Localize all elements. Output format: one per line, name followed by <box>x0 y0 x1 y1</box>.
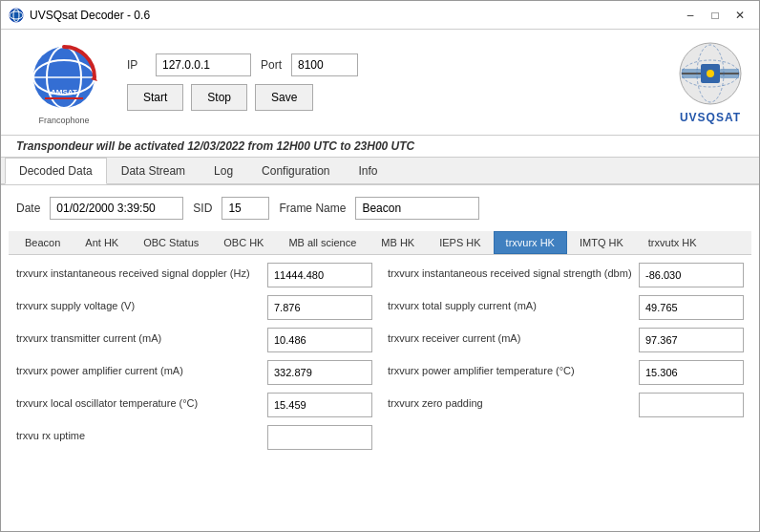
main-tabs: Decoded Data Data Stream Log Configurati… <box>1 158 759 185</box>
frame-name-label: Frame Name <box>279 202 346 215</box>
data-row-2-right: trxvurx receiver current (mA) <box>388 328 744 352</box>
subtab-obc-hk[interactable]: OBC HK <box>211 231 276 254</box>
subtab-mb-hk[interactable]: MB HK <box>369 231 427 254</box>
field-value-5-left[interactable] <box>267 425 372 450</box>
field-value-3-left[interactable] <box>267 360 372 385</box>
data-row-1-left: trxvurx supply voltage (V) <box>16 295 372 320</box>
subtab-mb-all-science[interactable]: MB all science <box>276 231 369 254</box>
frame-input[interactable] <box>355 197 479 220</box>
data-row-5-left: trxvu rx uptime <box>16 425 372 450</box>
port-label: Port <box>261 58 282 72</box>
subtab-trxvutx-hk[interactable]: trxvutx HK <box>636 231 709 254</box>
connection-area: IP Port Start Stop Save <box>127 53 662 111</box>
date-input[interactable] <box>50 197 183 220</box>
save-button[interactable]: Save <box>255 84 313 111</box>
field-label-2-left: trxvurx transmitter current (mA) <box>16 328 262 345</box>
amsat-logo-area: AMSAT Francophone <box>16 39 112 125</box>
uvsqsat-logo-area: UVSQSAT <box>677 40 744 124</box>
window-title: UVSQsat Decoder - 0.6 <box>30 9 150 22</box>
tab-configuration[interactable]: Configuration <box>247 158 344 183</box>
tab-data-stream[interactable]: Data Stream <box>107 158 200 183</box>
uvsqsat-logo <box>677 40 744 107</box>
app-icon <box>9 8 24 23</box>
main-window: UVSQsat Decoder - 0.6 – □ ✕ AMSAT <box>0 0 760 532</box>
amsat-sub-text: Francophone <box>38 116 89 125</box>
field-value-2-right[interactable] <box>639 328 744 352</box>
port-input[interactable] <box>291 53 358 76</box>
field-value-0-left[interactable] <box>267 263 372 287</box>
field-label-5-right <box>388 425 744 429</box>
subtab-ieps-hk[interactable]: IEPS HK <box>427 231 493 254</box>
field-value-1-right[interactable] <box>639 295 744 320</box>
subtab-beacon[interactable]: Beacon <box>12 231 73 254</box>
notice-bar: Transpondeur will be activated 12/03/202… <box>1 136 759 158</box>
field-value-2-left[interactable] <box>267 328 372 352</box>
subtab-imtq-hk[interactable]: IMTQ HK <box>567 231 636 254</box>
ip-label: IP <box>127 58 146 72</box>
sid-label: SID <box>193 202 212 215</box>
subtab-trxvurx-hk[interactable]: trxvurx HK <box>494 231 567 254</box>
minimize-button[interactable]: – <box>679 5 702 26</box>
control-buttons: Start Stop Save <box>127 84 662 111</box>
uvsqsat-text: UVSQSAT <box>680 111 741 124</box>
data-row-1-right: trxvurx total supply current (mA) <box>388 295 744 320</box>
field-label-4-left: trxvurx local oscillator temperature (°C… <box>16 393 262 410</box>
data-row-5-right <box>388 425 744 450</box>
field-value-3-right[interactable] <box>639 360 744 385</box>
data-row-3-left: trxvurx power amplifier current (mA) <box>16 360 372 385</box>
title-bar-left: UVSQsat Decoder - 0.6 <box>9 8 150 23</box>
field-label-0-left: trxvurx instantaneous received signal do… <box>16 263 262 280</box>
field-label-2-right: trxvurx receiver current (mA) <box>388 328 633 345</box>
data-grid: trxvurx instantaneous received signal do… <box>9 255 751 458</box>
data-row-0-right: trxvurx instantaneous received signal st… <box>388 263 744 287</box>
tab-info[interactable]: Info <box>345 158 392 183</box>
tab-log[interactable]: Log <box>200 158 247 183</box>
field-value-0-right[interactable] <box>639 263 744 287</box>
date-row: Date SID Frame Name <box>9 193 751 223</box>
field-value-4-right[interactable] <box>639 393 744 417</box>
svg-point-0 <box>10 9 23 22</box>
data-row-0-left: trxvurx instantaneous received signal do… <box>16 263 372 287</box>
field-label-1-right: trxvurx total supply current (mA) <box>388 295 633 312</box>
field-value-4-left[interactable] <box>267 393 372 417</box>
tab-decoded-data[interactable]: Decoded Data <box>5 158 107 184</box>
ip-port-row: IP Port <box>127 53 662 76</box>
data-row-4-left: trxvurx local oscillator temperature (°C… <box>16 393 372 417</box>
content-area: Date SID Frame Name Beacon Ant HK OBC St… <box>1 185 759 531</box>
field-label-4-right: trxvurx zero padding <box>388 393 633 410</box>
subtab-obc-status[interactable]: OBC Status <box>131 231 211 254</box>
stop-button[interactable]: Stop <box>191 84 247 111</box>
title-controls: – □ ✕ <box>679 5 751 26</box>
ip-input[interactable] <box>156 53 251 76</box>
svg-text:AMSAT: AMSAT <box>51 88 77 96</box>
data-row-3-right: trxvurx power amplifier temperature (°C) <box>388 360 744 385</box>
field-label-3-right: trxvurx power amplifier temperature (°C) <box>388 360 633 377</box>
data-row-4-right: trxvurx zero padding <box>388 393 744 417</box>
notice-text: Transpondeur will be activated 12/03/202… <box>16 139 414 153</box>
maximize-button[interactable]: □ <box>704 5 727 26</box>
subtab-ant-hk[interactable]: Ant HK <box>73 231 131 254</box>
svg-point-14 <box>707 70 714 77</box>
close-button[interactable]: ✕ <box>728 5 751 26</box>
subtabs-bar: Beacon Ant HK OBC Status OBC HK MB all s… <box>9 231 751 255</box>
field-label-1-left: trxvurx supply voltage (V) <box>16 295 262 312</box>
top-section: AMSAT Francophone IP Port Start Stop Sav… <box>1 30 759 136</box>
data-row-2-left: trxvurx transmitter current (mA) <box>16 328 372 352</box>
field-label-0-right: trxvurx instantaneous received signal st… <box>388 263 633 280</box>
field-value-1-left[interactable] <box>267 295 372 320</box>
date-label: Date <box>16 202 40 215</box>
field-label-5-left: trxvu rx uptime <box>16 425 262 442</box>
amsat-logo: AMSAT <box>26 39 102 116</box>
title-bar: UVSQsat Decoder - 0.6 – □ ✕ <box>1 1 759 30</box>
sid-input[interactable] <box>222 197 269 220</box>
start-button[interactable]: Start <box>127 84 183 111</box>
field-label-3-left: trxvurx power amplifier current (mA) <box>16 360 262 377</box>
